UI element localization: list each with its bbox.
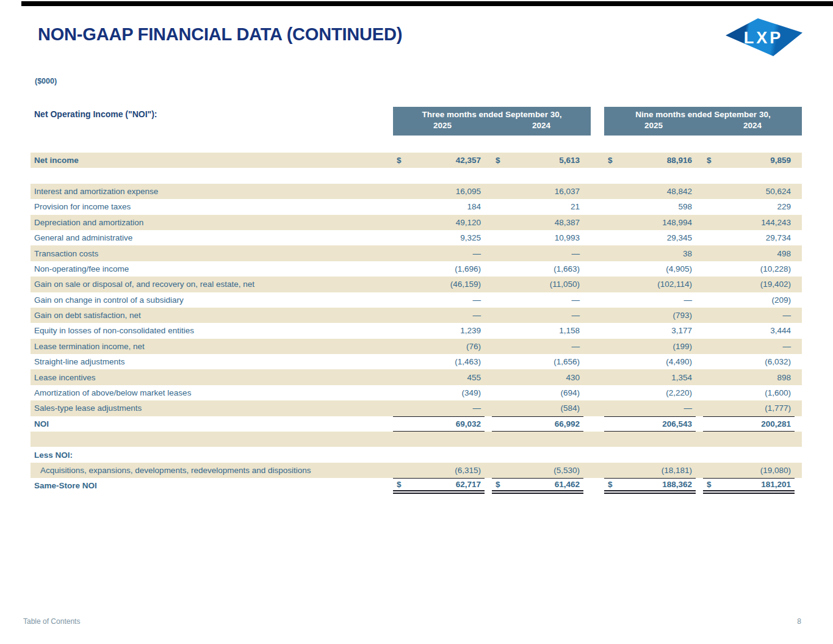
value-cell: (349) [393, 385, 492, 400]
value-number: 88,916 [667, 156, 692, 165]
value-cell: 66,992 [492, 416, 591, 432]
table-row: Non-operating/fee income(1,696)(1,663)(4… [31, 261, 802, 277]
value-number: — [473, 403, 481, 413]
value-cell: — [492, 292, 591, 308]
value-cell-inner [492, 447, 583, 462]
group-gap [591, 153, 604, 168]
value-cell-inner: (6,315) [393, 463, 485, 478]
value-cell-inner: — [492, 245, 583, 261]
value-cell-inner: 9,325 [393, 230, 485, 245]
value-cell: $42,357 [393, 153, 492, 168]
value-number: 66,992 [555, 419, 580, 429]
group-gap [591, 245, 604, 261]
value-cell [393, 168, 492, 183]
value-number: (209) [771, 295, 791, 305]
table-row: Less NOI: [31, 447, 802, 462]
value-number: (199) [673, 342, 692, 351]
value-cell-inner: $9,859 [703, 153, 795, 168]
value-number: 455 [467, 373, 481, 382]
dollar-sign: $ [608, 156, 614, 165]
spacer-row [31, 432, 802, 447]
value-cell-inner: 38 [604, 245, 696, 261]
value-cell: 29,345 [604, 230, 703, 245]
value-cell: 200,281 [703, 416, 802, 432]
value-cell: 48,387 [492, 215, 591, 230]
row-label: Gain on change in control of a subsidiar… [31, 295, 393, 305]
value-number: 10,993 [555, 233, 580, 242]
table-row: Lease termination income, net(76)—(199)— [31, 339, 802, 354]
value-cell: 49,120 [393, 215, 492, 230]
period-year-label: 2024 [492, 119, 591, 132]
period-band-1: Nine months ended September 30,20252024 [604, 107, 802, 136]
table-row: Gain on change in control of a subsidiar… [31, 292, 802, 308]
value-cell: $9,859 [703, 153, 802, 168]
report-page: NON-GAAP FINANCIAL DATA (CONTINUED) LXP … [0, 0, 833, 644]
value-cell: (11,050) [492, 277, 591, 292]
group-gap [591, 308, 604, 323]
group-gap [591, 463, 604, 478]
value-number: (584) [560, 403, 580, 413]
value-number: — [684, 403, 693, 413]
value-number: 21 [571, 202, 580, 211]
dollar-sign: $ [707, 156, 713, 165]
value-cell-inner: $88,916 [604, 153, 696, 168]
value-number: 16,095 [456, 187, 481, 196]
value-cell: 3,177 [604, 323, 703, 338]
value-cell [492, 168, 591, 183]
value-cell-inner: (1,777) [703, 400, 795, 416]
row-label: Straight-line adjustments [31, 357, 393, 366]
value-cell: 38 [604, 245, 703, 261]
value-cell: (18,181) [604, 463, 703, 478]
value-cell: 1,239 [393, 323, 492, 338]
period-band-0: Three months ended September 30,20252024 [393, 107, 591, 136]
value-number: (1,777) [765, 403, 791, 413]
value-cell: (1,463) [393, 354, 492, 369]
value-cell [604, 447, 703, 462]
table-row: Interest and amortization expense16,0951… [31, 184, 802, 199]
group-gap [591, 199, 604, 214]
value-number: (18,181) [662, 466, 692, 475]
value-cell: (46,159) [393, 277, 492, 292]
value-cell: (4,905) [604, 261, 703, 277]
value-number: (694) [560, 388, 580, 397]
table-row: Acquisitions, expansions, developments, … [31, 463, 802, 478]
value-cell-inner: — [604, 292, 696, 308]
table-row: Amortization of above/below market lease… [31, 385, 802, 400]
value-number: (793) [673, 311, 692, 320]
row-label: Provision for income taxes [31, 202, 393, 211]
value-cell [492, 447, 591, 462]
value-cell: $62,717 [393, 478, 492, 493]
value-cell-inner: — [492, 292, 583, 308]
value-cell-inner: — [703, 308, 795, 323]
top-border-bar [21, 1, 833, 6]
value-number: 38 [683, 249, 692, 258]
value-number: 3,177 [671, 326, 692, 335]
table-row: General and administrative9,32510,99329,… [31, 230, 802, 245]
value-cell-inner: 29,345 [604, 230, 696, 245]
value-cell-inner: 66,992 [492, 416, 583, 432]
value-number: — [473, 295, 481, 305]
value-cell-inner: (19,402) [703, 277, 795, 292]
table-of-contents-link[interactable]: Table of Contents [23, 617, 80, 626]
value-cell: (10,228) [703, 261, 802, 277]
value-number: (102,114) [657, 280, 692, 289]
value-cell: (19,402) [703, 277, 802, 292]
group-gap [591, 432, 604, 447]
value-cell-inner: 10,993 [492, 230, 583, 245]
table-row: Provision for income taxes18421598229 [31, 199, 802, 214]
value-number: 69,032 [456, 419, 481, 429]
group-gap [591, 416, 604, 432]
value-cell-inner: $62,717 [393, 478, 485, 493]
value-number: (10,228) [760, 264, 791, 273]
value-cell-inner: 144,243 [703, 215, 795, 230]
value-cell-inner: 16,037 [492, 184, 583, 199]
value-number: — [572, 249, 580, 258]
value-cell: 498 [703, 245, 802, 261]
value-cell-inner [703, 447, 795, 462]
value-cell-inner: (209) [703, 292, 795, 308]
value-cell-inner: (1,600) [703, 385, 795, 400]
value-number: — [572, 342, 580, 351]
value-cell-inner: 50,624 [703, 184, 795, 199]
value-number: (19,080) [760, 466, 791, 475]
page-footer: Table of Contents 8 [23, 617, 801, 626]
